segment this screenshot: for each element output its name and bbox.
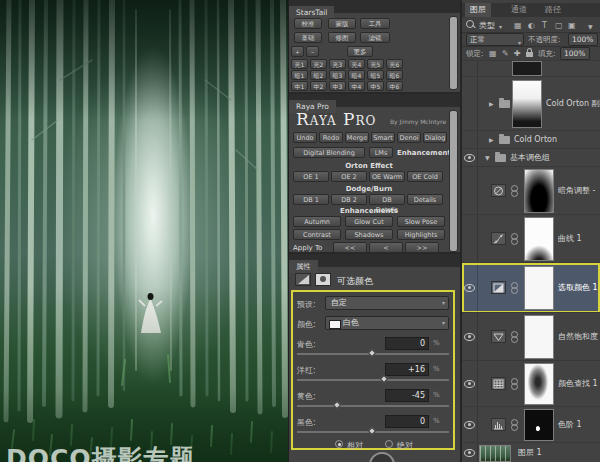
- apply-prev-button[interactable]: <<: [333, 242, 367, 253]
- black-value[interactable]: 0: [385, 415, 429, 428]
- slider-knob[interactable]: [333, 401, 341, 409]
- tab-channels[interactable]: 通道: [506, 3, 532, 17]
- layer-name[interactable]: 颜色查找 1: [558, 379, 598, 389]
- details-button[interactable]: Details: [407, 194, 443, 205]
- starstail-button[interactable]: 基础: [294, 32, 322, 43]
- layer-row-cold-orton[interactable]: ▶ Cold Orton: [462, 130, 600, 148]
- eye-icon[interactable]: [464, 380, 475, 388]
- layer-row-partial[interactable]: [462, 60, 600, 76]
- yellow-slider[interactable]: [297, 405, 449, 407]
- tab-layers[interactable]: 图层: [465, 3, 491, 17]
- starstail-scrollbar[interactable]: [449, 16, 458, 90]
- starstail-more-button[interactable]: 更多: [347, 46, 373, 57]
- panel-footer-icon[interactable]: [369, 452, 395, 462]
- levels-icon[interactable]: [491, 418, 506, 431]
- layer-mask-thumbnail[interactable]: [524, 266, 554, 310]
- tab-properties[interactable]: 属性: [289, 260, 318, 273]
- glow-cut-button[interactable]: Glow Cut: [345, 216, 393, 227]
- link-icon[interactable]: [511, 282, 517, 294]
- digital-blending-button[interactable]: Digital Blending: [293, 147, 365, 158]
- mask-button[interactable]: 暗5: [367, 70, 384, 80]
- mask-button[interactable]: 中5: [367, 81, 384, 91]
- starstail-minus-button[interactable]: －: [306, 46, 319, 57]
- lock-position-icon[interactable]: ✚: [514, 48, 521, 60]
- tab-paths[interactable]: 路径: [540, 3, 566, 17]
- opacity-value[interactable]: 100%: [568, 33, 598, 46]
- layer-row-levels[interactable]: 色阶 1: [462, 406, 600, 442]
- link-icon[interactable]: [511, 378, 517, 390]
- link-icon[interactable]: [511, 233, 517, 245]
- db-details-button[interactable]: DB Details: [369, 194, 405, 205]
- eye-column[interactable]: [462, 149, 478, 166]
- starstail-button[interactable]: 蒙版: [328, 18, 356, 29]
- curves-icon[interactable]: [491, 232, 506, 245]
- layer-row-base-group[interactable]: ▼ 基本调色组: [462, 148, 600, 166]
- layer-mask-thumbnail[interactable]: [524, 315, 554, 359]
- mask-button[interactable]: 亮4: [348, 59, 365, 69]
- eye-column[interactable]: [462, 215, 478, 262]
- eye-column[interactable]: [462, 443, 478, 462]
- shadows-button[interactable]: Shadows: [345, 229, 393, 240]
- selective-color-icon[interactable]: [491, 281, 506, 294]
- mask-button[interactable]: 亮2: [310, 59, 327, 69]
- black-slider[interactable]: [297, 431, 449, 433]
- cyan-slider[interactable]: [297, 353, 449, 355]
- link-icon[interactable]: [511, 331, 517, 343]
- filter-pixel-icon[interactable]: ▦: [514, 20, 522, 32]
- mask-button[interactable]: 中2: [310, 81, 327, 91]
- eye-column[interactable]: [462, 263, 478, 312]
- db2-button[interactable]: DB 2: [331, 194, 367, 205]
- highlights-button[interactable]: Highlights: [397, 229, 445, 240]
- adjustment-icon[interactable]: [491, 184, 506, 197]
- contrast-button[interactable]: Contrast: [293, 229, 341, 240]
- autumn-button[interactable]: Autumn: [293, 216, 341, 227]
- layer-row-curves[interactable]: 曲线 1: [462, 214, 600, 262]
- canvas-photo[interactable]: DOCO摄影专题: [0, 0, 288, 462]
- denoise-button[interactable]: Denoi: [397, 132, 421, 143]
- layer-name[interactable]: Cold Orton: [514, 135, 557, 145]
- layer-name[interactable]: 图层 1: [518, 448, 542, 458]
- rayapro-scrollbar[interactable]: [449, 110, 458, 252]
- blend-mode-dropdown[interactable]: 正常 ▾: [466, 33, 524, 46]
- link-icon[interactable]: [511, 185, 517, 197]
- layer-row-cold-orton-copy[interactable]: ▶ Cold Orton 副本: [462, 76, 600, 130]
- apply-step-button[interactable]: <: [369, 242, 403, 253]
- layer-mask-thumbnail[interactable]: [512, 61, 542, 76]
- smart-button[interactable]: Smart: [371, 132, 395, 143]
- eye-column[interactable]: [462, 313, 478, 360]
- relative-radio[interactable]: [335, 440, 343, 448]
- slider-knob[interactable]: [380, 375, 388, 383]
- fill-value[interactable]: 100%: [560, 47, 590, 60]
- filter-smart-icon[interactable]: ▣: [568, 20, 576, 32]
- dialog-button[interactable]: Dialog: [423, 132, 447, 143]
- eye-icon[interactable]: [464, 421, 475, 429]
- link-icon[interactable]: [511, 419, 517, 431]
- mask-button[interactable]: 暗6: [386, 70, 403, 80]
- redo-button[interactable]: Redo: [319, 132, 343, 143]
- layer-row-layer1[interactable]: 图层 1: [462, 442, 600, 462]
- filter-adjustment-icon[interactable]: ◐: [528, 20, 535, 32]
- mask-button[interactable]: 亮5: [367, 59, 384, 69]
- slider-knob[interactable]: [368, 427, 376, 435]
- merge-button[interactable]: Merge: [345, 132, 369, 143]
- vibrance-icon[interactable]: [491, 330, 506, 343]
- mask-button[interactable]: 中6: [386, 81, 403, 91]
- mask-button[interactable]: 暗1: [291, 70, 308, 80]
- oe-warm-button[interactable]: OE Warm: [369, 171, 405, 182]
- color-dropdown[interactable]: 白色 ▾: [325, 316, 449, 330]
- eye-column[interactable]: [462, 167, 478, 214]
- eye-icon[interactable]: [464, 284, 475, 292]
- layer-mask-thumbnail[interactable]: [524, 169, 554, 213]
- layer-thumbnail[interactable]: [479, 445, 511, 462]
- layer-name[interactable]: 基本调色组: [510, 153, 550, 163]
- starstail-button[interactable]: 工具: [360, 18, 390, 29]
- kind-filter-label[interactable]: 类型: [479, 20, 495, 32]
- mask-button[interactable]: 中3: [329, 81, 346, 91]
- chevron-right-icon[interactable]: ▶: [489, 100, 494, 108]
- eye-column[interactable]: [462, 77, 478, 130]
- cyan-value[interactable]: 0: [385, 337, 429, 350]
- oe-cold-button[interactable]: OE Cold: [407, 171, 443, 182]
- mask-button[interactable]: 暗4: [348, 70, 365, 80]
- mask-button[interactable]: 中4: [348, 81, 365, 91]
- slow-pose-button[interactable]: Slow Pose: [397, 216, 445, 227]
